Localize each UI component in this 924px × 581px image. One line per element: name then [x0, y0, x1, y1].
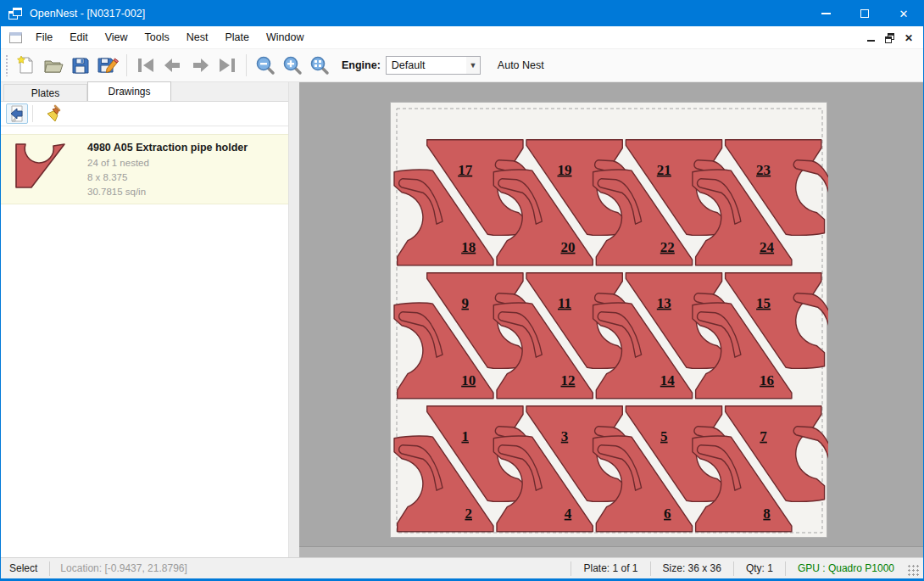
drawing-list-item[interactable]: 4980 A05 Extraction pipe holder 24 of 1 …: [1, 134, 288, 204]
toolbar-grip[interactable]: [5, 54, 9, 76]
window-border: [1, 578, 923, 580]
open-button[interactable]: [40, 52, 67, 79]
close-button[interactable]: ✕: [884, 1, 923, 26]
last-plate-button[interactable]: [214, 52, 241, 79]
status-size: Size: 36 x 36: [650, 561, 733, 576]
part-number: 10: [461, 372, 476, 388]
mdi-window-controls: ✕: [862, 26, 918, 49]
zoom-fit-icon: [309, 55, 330, 75]
mdi-restore-button[interactable]: [881, 30, 899, 47]
zoom-in-button[interactable]: [279, 52, 306, 79]
app-window: OpenNest - [N0317-002] ✕ File Edit View …: [0, 0, 924, 581]
mdi-close-button[interactable]: ✕: [899, 30, 918, 47]
part-number: 21: [657, 162, 671, 178]
open-folder-icon: [42, 55, 64, 75]
toolbar-separator: [246, 54, 247, 76]
part-number: 20: [561, 239, 576, 255]
menu-window[interactable]: Window: [258, 27, 312, 47]
panel-toolbar-separator: [32, 105, 33, 122]
go-next-icon: [189, 56, 211, 75]
plate[interactable]: 171819202122232491011121314151612345678: [390, 102, 827, 538]
status-gpu: GPU : Quadro P1000: [785, 561, 906, 576]
panel-splitter[interactable]: [289, 82, 299, 557]
part-thumbnail: [13, 142, 69, 193]
engine-value: Default: [387, 59, 466, 71]
drawing-area: 30.7815 sq/in: [87, 185, 248, 199]
chevron-down-icon[interactable]: ▼: [466, 57, 480, 74]
engine-label: Engine:: [342, 59, 381, 71]
zoom-out-icon: [255, 55, 276, 75]
document-icon[interactable]: [9, 32, 22, 43]
part-number: 13: [657, 295, 671, 311]
part-number: 14: [660, 372, 676, 388]
part-number: 24: [760, 239, 775, 255]
save-button[interactable]: [67, 52, 94, 79]
drawing-dimensions: 8 x 8.375: [87, 170, 248, 185]
main-toolbar: Engine: Default ▼ Auto Nest: [1, 49, 923, 82]
new-file-icon: [16, 55, 36, 75]
part-number: 11: [558, 295, 571, 311]
app-icon: [8, 8, 23, 20]
zoom-out-button[interactable]: [252, 52, 279, 79]
tab-drawings[interactable]: Drawings: [87, 81, 171, 101]
menu-plate[interactable]: Plate: [216, 27, 258, 47]
part-number: 16: [760, 372, 774, 388]
menu-nest[interactable]: Nest: [178, 27, 217, 47]
previous-plate-button[interactable]: [159, 52, 186, 79]
go-first-icon: [135, 56, 157, 75]
menu-view[interactable]: View: [97, 27, 136, 47]
import-drawing-button[interactable]: [6, 103, 28, 124]
title-bar: OpenNest - [N0317-002] ✕: [1, 1, 923, 26]
part-number: 23: [756, 162, 771, 178]
zoom-fit-button[interactable]: [306, 52, 333, 79]
part-number: 1: [461, 428, 469, 444]
status-location: Location: [-0.9437, 21.8796]: [50, 562, 197, 574]
import-arrow-icon: [8, 105, 25, 122]
part-number: 6: [664, 506, 671, 522]
part-number: 4: [565, 506, 572, 522]
tab-plates[interactable]: Plates: [3, 84, 87, 101]
save-icon: [70, 55, 91, 75]
minimize-button[interactable]: [806, 1, 845, 26]
drawing-nested-count: 24 of 1 nested: [87, 156, 248, 170]
panel-toolbar: [1, 102, 288, 126]
part-number: 22: [660, 239, 675, 255]
horizontal-scrollbar[interactable]: [299, 546, 923, 557]
save-as-button[interactable]: [94, 52, 121, 79]
part-number: 8: [763, 506, 771, 522]
clean-button[interactable]: [42, 103, 64, 124]
drawing-title: 4980 A05 Extraction pipe holder: [87, 140, 248, 156]
broom-icon: [44, 104, 63, 123]
new-button[interactable]: [13, 52, 40, 79]
next-plate-button[interactable]: [186, 52, 214, 79]
drawings-panel: Plates Drawings 4980 A05 Extraction pipe…: [1, 82, 289, 557]
nesting-canvas[interactable]: 171819202122232491011121314151612345678: [299, 82, 923, 557]
part-number: 2: [465, 506, 472, 522]
resize-grip[interactable]: [908, 565, 920, 577]
part-number: 12: [561, 372, 576, 388]
part-number: 3: [561, 428, 569, 444]
menu-bar: File Edit View Tools Nest Plate Window ✕: [1, 26, 923, 49]
menu-tools[interactable]: Tools: [136, 27, 178, 47]
go-last-icon: [216, 56, 238, 75]
menu-edit[interactable]: Edit: [61, 27, 97, 47]
part-number: 15: [756, 295, 771, 311]
part-number: 17: [458, 162, 473, 178]
toolbar-separator: [126, 54, 127, 76]
engine-combobox[interactable]: Default ▼: [386, 56, 481, 75]
part-number: 19: [558, 162, 572, 178]
save-as-icon: [97, 55, 119, 75]
part-number: 9: [461, 295, 469, 311]
part-number: 18: [461, 239, 476, 255]
auto-nest-button[interactable]: Auto Nest: [491, 56, 551, 75]
zoom-in-icon: [282, 55, 303, 75]
maximize-button[interactable]: [845, 1, 884, 26]
window-title: OpenNest - [N0317-002]: [30, 8, 145, 20]
part-number: 5: [660, 428, 668, 444]
mdi-minimize-button[interactable]: [862, 30, 881, 47]
first-plate-button[interactable]: [132, 52, 159, 79]
menu-file[interactable]: File: [27, 27, 61, 47]
status-plate: Plate: 1 of 1: [571, 561, 649, 576]
go-previous-icon: [162, 56, 184, 75]
part-number: 7: [760, 428, 767, 444]
